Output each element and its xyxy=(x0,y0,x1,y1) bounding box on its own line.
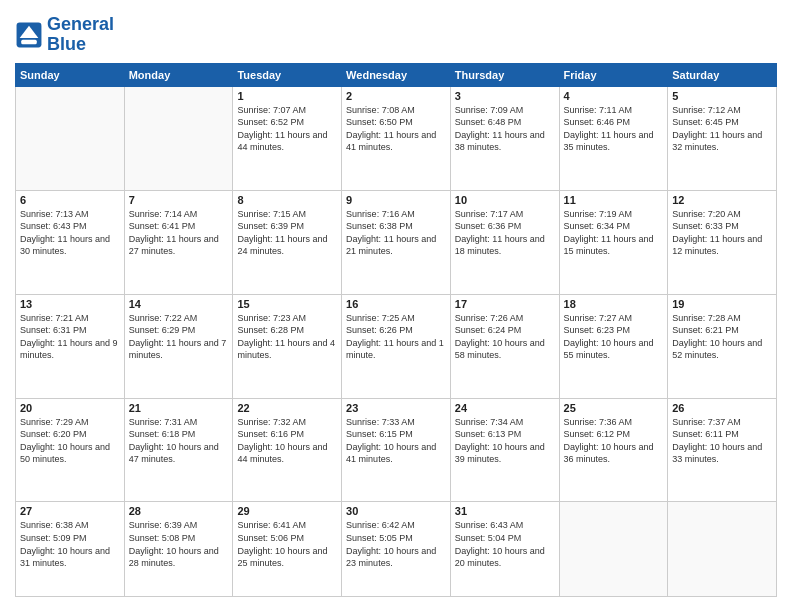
day-info: Sunrise: 6:43 AM Sunset: 5:04 PM Dayligh… xyxy=(455,519,555,569)
day-number: 4 xyxy=(564,90,664,102)
day-number: 18 xyxy=(564,298,664,310)
day-info: Sunrise: 7:27 AM Sunset: 6:23 PM Dayligh… xyxy=(564,312,664,362)
day-number: 8 xyxy=(237,194,337,206)
calendar-week-1: 1Sunrise: 7:07 AM Sunset: 6:52 PM Daylig… xyxy=(16,86,777,190)
calendar-cell: 23Sunrise: 7:33 AM Sunset: 6:15 PM Dayli… xyxy=(342,398,451,502)
calendar-cell: 5Sunrise: 7:12 AM Sunset: 6:45 PM Daylig… xyxy=(668,86,777,190)
day-number: 10 xyxy=(455,194,555,206)
day-info: Sunrise: 7:08 AM Sunset: 6:50 PM Dayligh… xyxy=(346,104,446,154)
day-number: 19 xyxy=(672,298,772,310)
day-info: Sunrise: 7:16 AM Sunset: 6:38 PM Dayligh… xyxy=(346,208,446,258)
day-info: Sunrise: 7:14 AM Sunset: 6:41 PM Dayligh… xyxy=(129,208,229,258)
day-info: Sunrise: 7:26 AM Sunset: 6:24 PM Dayligh… xyxy=(455,312,555,362)
day-number: 12 xyxy=(672,194,772,206)
day-info: Sunrise: 7:23 AM Sunset: 6:28 PM Dayligh… xyxy=(237,312,337,362)
day-number: 5 xyxy=(672,90,772,102)
day-info: Sunrise: 6:39 AM Sunset: 5:08 PM Dayligh… xyxy=(129,519,229,569)
logo-icon xyxy=(15,21,43,49)
calendar-week-3: 13Sunrise: 7:21 AM Sunset: 6:31 PM Dayli… xyxy=(16,294,777,398)
day-number: 21 xyxy=(129,402,229,414)
day-info: Sunrise: 6:42 AM Sunset: 5:05 PM Dayligh… xyxy=(346,519,446,569)
calendar-cell: 8Sunrise: 7:15 AM Sunset: 6:39 PM Daylig… xyxy=(233,190,342,294)
calendar-cell: 28Sunrise: 6:39 AM Sunset: 5:08 PM Dayli… xyxy=(124,502,233,597)
day-info: Sunrise: 7:32 AM Sunset: 6:16 PM Dayligh… xyxy=(237,416,337,466)
calendar-week-4: 20Sunrise: 7:29 AM Sunset: 6:20 PM Dayli… xyxy=(16,398,777,502)
calendar-cell: 14Sunrise: 7:22 AM Sunset: 6:29 PM Dayli… xyxy=(124,294,233,398)
day-info: Sunrise: 6:38 AM Sunset: 5:09 PM Dayligh… xyxy=(20,519,120,569)
calendar-cell: 17Sunrise: 7:26 AM Sunset: 6:24 PM Dayli… xyxy=(450,294,559,398)
day-number: 17 xyxy=(455,298,555,310)
day-number: 27 xyxy=(20,505,120,517)
calendar-cell: 21Sunrise: 7:31 AM Sunset: 6:18 PM Dayli… xyxy=(124,398,233,502)
day-number: 29 xyxy=(237,505,337,517)
day-info: Sunrise: 7:33 AM Sunset: 6:15 PM Dayligh… xyxy=(346,416,446,466)
day-number: 24 xyxy=(455,402,555,414)
svg-rect-2 xyxy=(21,39,37,44)
day-info: Sunrise: 7:19 AM Sunset: 6:34 PM Dayligh… xyxy=(564,208,664,258)
calendar-cell: 24Sunrise: 7:34 AM Sunset: 6:13 PM Dayli… xyxy=(450,398,559,502)
calendar-cell: 7Sunrise: 7:14 AM Sunset: 6:41 PM Daylig… xyxy=(124,190,233,294)
calendar-cell: 15Sunrise: 7:23 AM Sunset: 6:28 PM Dayli… xyxy=(233,294,342,398)
day-number: 16 xyxy=(346,298,446,310)
calendar-cell: 27Sunrise: 6:38 AM Sunset: 5:09 PM Dayli… xyxy=(16,502,125,597)
calendar-cell: 20Sunrise: 7:29 AM Sunset: 6:20 PM Dayli… xyxy=(16,398,125,502)
day-number: 23 xyxy=(346,402,446,414)
day-number: 22 xyxy=(237,402,337,414)
calendar-cell: 18Sunrise: 7:27 AM Sunset: 6:23 PM Dayli… xyxy=(559,294,668,398)
calendar-cell xyxy=(16,86,125,190)
day-info: Sunrise: 7:37 AM Sunset: 6:11 PM Dayligh… xyxy=(672,416,772,466)
calendar-table: SundayMondayTuesdayWednesdayThursdayFrid… xyxy=(15,63,777,597)
calendar-cell: 9Sunrise: 7:16 AM Sunset: 6:38 PM Daylig… xyxy=(342,190,451,294)
calendar-body: 1Sunrise: 7:07 AM Sunset: 6:52 PM Daylig… xyxy=(16,86,777,596)
day-info: Sunrise: 7:25 AM Sunset: 6:26 PM Dayligh… xyxy=(346,312,446,362)
calendar-cell xyxy=(668,502,777,597)
calendar-cell: 1Sunrise: 7:07 AM Sunset: 6:52 PM Daylig… xyxy=(233,86,342,190)
day-info: Sunrise: 7:11 AM Sunset: 6:46 PM Dayligh… xyxy=(564,104,664,154)
day-number: 31 xyxy=(455,505,555,517)
day-info: Sunrise: 7:15 AM Sunset: 6:39 PM Dayligh… xyxy=(237,208,337,258)
weekday-header-wednesday: Wednesday xyxy=(342,63,451,86)
calendar-cell: 29Sunrise: 6:41 AM Sunset: 5:06 PM Dayli… xyxy=(233,502,342,597)
calendar-cell: 12Sunrise: 7:20 AM Sunset: 6:33 PM Dayli… xyxy=(668,190,777,294)
day-info: Sunrise: 7:20 AM Sunset: 6:33 PM Dayligh… xyxy=(672,208,772,258)
calendar-cell: 25Sunrise: 7:36 AM Sunset: 6:12 PM Dayli… xyxy=(559,398,668,502)
day-info: Sunrise: 7:07 AM Sunset: 6:52 PM Dayligh… xyxy=(237,104,337,154)
day-info: Sunrise: 7:12 AM Sunset: 6:45 PM Dayligh… xyxy=(672,104,772,154)
day-number: 7 xyxy=(129,194,229,206)
day-info: Sunrise: 7:17 AM Sunset: 6:36 PM Dayligh… xyxy=(455,208,555,258)
weekday-header-friday: Friday xyxy=(559,63,668,86)
day-number: 6 xyxy=(20,194,120,206)
calendar-week-2: 6Sunrise: 7:13 AM Sunset: 6:43 PM Daylig… xyxy=(16,190,777,294)
day-info: Sunrise: 7:31 AM Sunset: 6:18 PM Dayligh… xyxy=(129,416,229,466)
day-info: Sunrise: 7:28 AM Sunset: 6:21 PM Dayligh… xyxy=(672,312,772,362)
day-info: Sunrise: 7:21 AM Sunset: 6:31 PM Dayligh… xyxy=(20,312,120,362)
weekday-header-tuesday: Tuesday xyxy=(233,63,342,86)
calendar-cell xyxy=(559,502,668,597)
calendar-cell: 3Sunrise: 7:09 AM Sunset: 6:48 PM Daylig… xyxy=(450,86,559,190)
day-number: 11 xyxy=(564,194,664,206)
day-number: 26 xyxy=(672,402,772,414)
calendar-cell: 22Sunrise: 7:32 AM Sunset: 6:16 PM Dayli… xyxy=(233,398,342,502)
calendar-cell: 19Sunrise: 7:28 AM Sunset: 6:21 PM Dayli… xyxy=(668,294,777,398)
calendar-cell xyxy=(124,86,233,190)
day-info: Sunrise: 7:13 AM Sunset: 6:43 PM Dayligh… xyxy=(20,208,120,258)
calendar-cell: 11Sunrise: 7:19 AM Sunset: 6:34 PM Dayli… xyxy=(559,190,668,294)
day-info: Sunrise: 6:41 AM Sunset: 5:06 PM Dayligh… xyxy=(237,519,337,569)
day-number: 20 xyxy=(20,402,120,414)
day-info: Sunrise: 7:36 AM Sunset: 6:12 PM Dayligh… xyxy=(564,416,664,466)
day-number: 30 xyxy=(346,505,446,517)
calendar-cell: 13Sunrise: 7:21 AM Sunset: 6:31 PM Dayli… xyxy=(16,294,125,398)
weekday-header-monday: Monday xyxy=(124,63,233,86)
page-header: General Blue xyxy=(15,15,777,55)
calendar-cell: 31Sunrise: 6:43 AM Sunset: 5:04 PM Dayli… xyxy=(450,502,559,597)
weekday-header-sunday: Sunday xyxy=(16,63,125,86)
day-number: 2 xyxy=(346,90,446,102)
day-number: 28 xyxy=(129,505,229,517)
calendar-cell: 26Sunrise: 7:37 AM Sunset: 6:11 PM Dayli… xyxy=(668,398,777,502)
logo: General Blue xyxy=(15,15,114,55)
calendar-week-5: 27Sunrise: 6:38 AM Sunset: 5:09 PM Dayli… xyxy=(16,502,777,597)
calendar-cell: 10Sunrise: 7:17 AM Sunset: 6:36 PM Dayli… xyxy=(450,190,559,294)
logo-text-line2: Blue xyxy=(47,35,114,55)
day-info: Sunrise: 7:34 AM Sunset: 6:13 PM Dayligh… xyxy=(455,416,555,466)
weekday-header-saturday: Saturday xyxy=(668,63,777,86)
